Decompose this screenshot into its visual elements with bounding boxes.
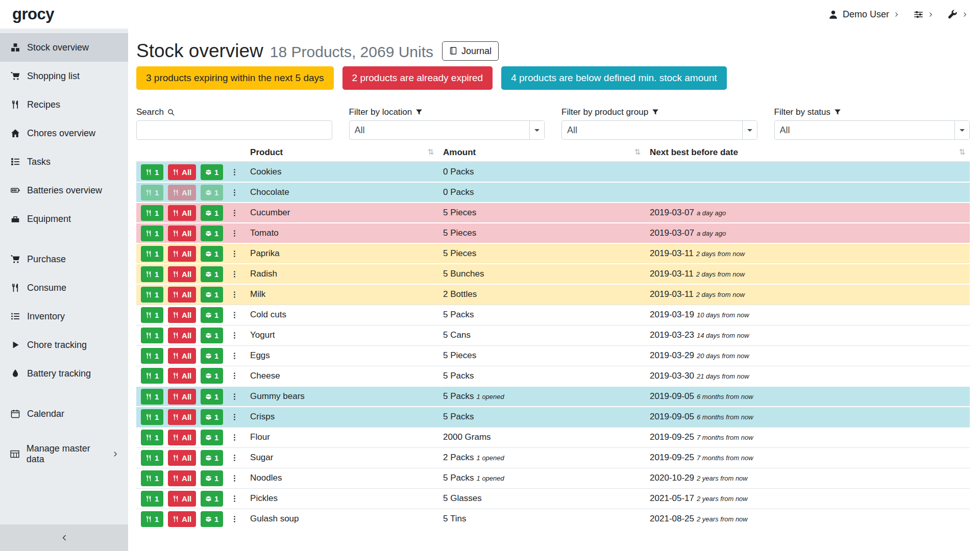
row-menu-button[interactable] <box>228 452 241 464</box>
consume-all-button[interactable]: All <box>168 328 196 343</box>
consume-one-button[interactable]: 1 <box>141 348 163 364</box>
consume-all-button[interactable]: All <box>168 307 196 323</box>
sidebar-item-inventory[interactable]: Inventory <box>0 302 128 331</box>
row-menu-button[interactable] <box>228 228 241 239</box>
filter-by-location-select[interactable]: All <box>349 120 545 140</box>
consume-one-button[interactable]: 1 <box>141 511 163 527</box>
column-next-best-before-date[interactable]: Next best before date ⇅ <box>645 145 970 162</box>
column-amount[interactable]: Amount ⇅ <box>438 145 645 162</box>
open-one-button[interactable]: 1 <box>201 287 223 303</box>
consume-all-button[interactable]: All <box>168 348 196 364</box>
row-menu-button[interactable] <box>228 268 241 280</box>
open-one-button[interactable]: 1 <box>201 266 223 282</box>
consume-one-button[interactable]: 1 <box>141 246 163 262</box>
row-menu-button[interactable] <box>228 391 241 403</box>
consume-all-button[interactable]: All <box>168 491 196 507</box>
consume-one-button[interactable]: 1 <box>141 430 163 445</box>
consume-one-button[interactable]: 1 <box>141 287 163 303</box>
open-one-button[interactable]: 1 <box>201 511 223 527</box>
consume-one-button[interactable]: 1 <box>141 450 163 466</box>
open-one-button[interactable]: 1 <box>201 430 223 445</box>
row-menu-button[interactable] <box>228 513 241 525</box>
consume-all-button[interactable]: All <box>168 430 196 445</box>
sidebar-item-calendar[interactable]: Calendar <box>0 399 128 428</box>
row-menu-button[interactable] <box>228 207 241 219</box>
consume-all-button[interactable]: All <box>168 185 196 201</box>
consume-all-button[interactable]: All <box>168 470 196 486</box>
open-one-button[interactable]: 1 <box>201 368 223 384</box>
sidebar-collapse-button[interactable] <box>0 524 128 551</box>
filter-by-product-group-select[interactable]: All <box>561 120 757 140</box>
consume-one-button[interactable]: 1 <box>141 389 163 405</box>
row-menu-button[interactable] <box>228 187 241 198</box>
consume-one-button[interactable]: 1 <box>141 205 163 221</box>
row-menu-button[interactable] <box>228 166 241 178</box>
consume-all-button[interactable]: All <box>168 450 196 466</box>
user-menu[interactable]: Demo User <box>828 9 899 20</box>
sidebar-item-purchase[interactable]: Purchase <box>0 245 128 273</box>
admin-menu[interactable] <box>948 10 968 19</box>
row-menu-button[interactable] <box>228 248 241 260</box>
sidebar-item-equipment[interactable]: Equipment <box>0 205 128 233</box>
consume-one-button[interactable]: 1 <box>141 307 163 323</box>
sidebar-item-tasks[interactable]: Tasks <box>0 147 128 176</box>
open-one-button[interactable]: 1 <box>201 226 223 241</box>
consume-one-button[interactable]: 1 <box>141 491 163 507</box>
filter-by-status-select[interactable]: All <box>774 120 970 140</box>
open-one-button[interactable]: 1 <box>201 470 223 486</box>
consume-one-button[interactable]: 1 <box>141 185 163 201</box>
open-one-button[interactable]: 1 <box>201 491 223 507</box>
journal-button[interactable]: Journal <box>442 41 499 61</box>
sidebar-item-battery-tracking[interactable]: Battery tracking <box>0 359 128 388</box>
sidebar-item-stock-overview[interactable]: Stock overview <box>0 33 128 62</box>
sidebar-item-shopping-list[interactable]: Shopping list <box>0 62 128 90</box>
status-pill-0[interactable]: 3 products expiring within the next 5 da… <box>136 66 334 90</box>
open-one-button[interactable]: 1 <box>201 389 223 405</box>
row-menu-button[interactable] <box>228 493 241 505</box>
row-menu-button[interactable] <box>228 289 241 300</box>
row-menu-button[interactable] <box>228 411 241 423</box>
consume-all-button[interactable]: All <box>168 226 196 241</box>
open-one-button[interactable]: 1 <box>201 246 223 262</box>
status-pill-2[interactable]: 4 products are below defined min. stock … <box>501 66 726 90</box>
consume-one-button[interactable]: 1 <box>141 164 163 180</box>
column-product[interactable]: Product ⇅ <box>246 145 438 162</box>
consume-all-button[interactable]: All <box>168 511 196 527</box>
sidebar-item-manage-master-data[interactable]: Manage master data <box>0 440 128 468</box>
consume-one-button[interactable]: 1 <box>141 409 163 425</box>
open-one-button[interactable]: 1 <box>201 450 223 466</box>
open-one-button[interactable]: 1 <box>201 185 223 201</box>
open-one-button[interactable]: 1 <box>201 348 223 364</box>
row-menu-button[interactable] <box>228 350 241 362</box>
sidebar-item-batteries-overview[interactable]: Batteries overview <box>0 176 128 205</box>
consume-one-button[interactable]: 1 <box>141 470 163 486</box>
row-menu-button[interactable] <box>228 472 241 484</box>
consume-one-button[interactable]: 1 <box>141 266 163 282</box>
row-menu-button[interactable] <box>228 370 241 382</box>
consume-all-button[interactable]: All <box>168 205 196 221</box>
consume-one-button[interactable]: 1 <box>141 328 163 343</box>
consume-all-button[interactable]: All <box>168 389 196 405</box>
consume-all-button[interactable]: All <box>168 246 196 262</box>
sidebar-item-chore-tracking[interactable]: Chore tracking <box>0 331 128 359</box>
search-input[interactable] <box>136 120 332 140</box>
consume-all-button[interactable]: All <box>168 266 196 282</box>
open-one-button[interactable]: 1 <box>201 409 223 425</box>
open-one-button[interactable]: 1 <box>201 164 223 180</box>
sidebar-item-chores-overview[interactable]: Chores overview <box>0 119 128 147</box>
open-one-button[interactable]: 1 <box>201 307 223 323</box>
row-menu-button[interactable] <box>228 432 241 443</box>
open-one-button[interactable]: 1 <box>201 328 223 343</box>
sidebar-item-recipes[interactable]: Recipes <box>0 90 128 119</box>
consume-all-button[interactable]: All <box>168 164 196 180</box>
consume-all-button[interactable]: All <box>168 409 196 425</box>
status-pill-1[interactable]: 2 products are already expired <box>342 66 493 90</box>
consume-all-button[interactable]: All <box>168 368 196 384</box>
settings-menu[interactable] <box>914 10 934 19</box>
consume-one-button[interactable]: 1 <box>141 226 163 241</box>
row-menu-button[interactable] <box>228 309 241 321</box>
open-one-button[interactable]: 1 <box>201 205 223 221</box>
sidebar-item-consume[interactable]: Consume <box>0 273 128 302</box>
consume-all-button[interactable]: All <box>168 287 196 303</box>
consume-one-button[interactable]: 1 <box>141 368 163 384</box>
